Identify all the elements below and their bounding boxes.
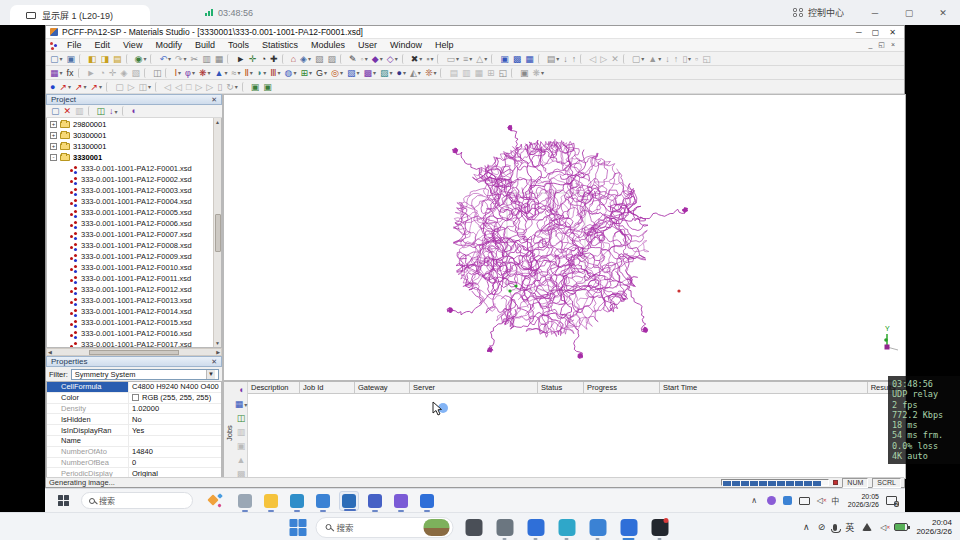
toolbar-icon[interactable]	[150, 54, 155, 64]
remote-clock[interactable]: 20:05 2026/3/26	[848, 493, 879, 509]
toolbar-icon[interactable]	[440, 68, 445, 78]
loop-animation[interactable]: ↻▾	[224, 81, 240, 93]
filter-dropdown[interactable]: Symmetry System ▼	[71, 369, 219, 380]
stop-progress-icon[interactable]	[833, 480, 838, 485]
snapshot[interactable]: ◱▾	[700, 53, 713, 65]
render-option-2[interactable]: ▣▾	[261, 81, 274, 93]
grid-tool[interactable]: ▥▾	[460, 67, 473, 79]
sort-descending[interactable]: ↑▾	[570, 53, 579, 65]
sort-ascending[interactable]: ↓▾	[561, 53, 570, 65]
jobs-column-header[interactable]: Job Id	[300, 382, 355, 393]
tree-file-row[interactable]: 333-0.001-1001-PA12-F0016.xsd	[47, 328, 221, 339]
project-display-style[interactable]: ▦▾	[48, 67, 65, 79]
menu-item[interactable]: Window	[384, 39, 428, 51]
ms-close-button[interactable]: ✕	[889, 28, 896, 37]
jobs-column-header[interactable]: Status	[538, 382, 584, 393]
bond-type[interactable]: ◇▾	[385, 53, 400, 65]
amorphous-cell[interactable]: Ⅰ▾	[172, 67, 183, 79]
maximize-button[interactable]: ▢	[892, 0, 926, 25]
jobs-view-mode[interactable]: ▦▾	[233, 398, 250, 410]
tray-speaker-muted-icon[interactable]: ◁	[880, 523, 886, 532]
synthia[interactable]: ▩▾	[361, 67, 378, 79]
app-download-arrow[interactable]	[417, 491, 437, 511]
property-row[interactable]: Name	[47, 436, 221, 447]
tree-folder-row[interactable]: + 31300001	[47, 141, 221, 152]
functions[interactable]: fx▾	[65, 67, 76, 79]
tree-file-row[interactable]: 333-0.001-1001-PA12-F0014.xsd	[47, 306, 221, 317]
jobs-table-body[interactable]	[248, 394, 905, 478]
stop-task[interactable]: ✕▾	[609, 53, 621, 65]
toolbar-icon[interactable]	[538, 54, 543, 64]
display-tab[interactable]: 显示屏 1 (L20-19)	[10, 5, 150, 25]
tree-file-row[interactable]: 333-0.001-1001-PA12-F0003.xsd	[47, 185, 221, 196]
toolbar-icon[interactable]	[106, 82, 111, 92]
translate-view[interactable]: ✛▾	[247, 53, 259, 65]
sketch-tool[interactable]: ✎▾	[347, 53, 359, 65]
tree-file-row[interactable]: 333-0.001-1001-PA12-F0008.xsd	[47, 240, 221, 251]
menu-item[interactable]: Modify	[149, 39, 188, 51]
viewport-layout[interactable]: ▨▾	[326, 53, 339, 65]
blends[interactable]: ▨▾	[378, 67, 395, 79]
tray-chevron-icon[interactable]: ∧	[803, 522, 810, 532]
paste[interactable]: ▦▾	[213, 53, 226, 65]
fit-view[interactable]: ▧▾	[313, 53, 326, 65]
property-row[interactable]: Density 1.02000	[47, 404, 221, 415]
open-folder[interactable]: ◧▾	[86, 53, 99, 65]
filter-tool[interactable]: ▲▾	[646, 53, 663, 65]
server-console[interactable]: ▦▾	[523, 53, 536, 65]
delete-item[interactable]: ✕▾	[62, 105, 74, 117]
table-tool[interactable]: ▤▾	[447, 67, 460, 79]
menu-item[interactable]: File	[61, 39, 88, 51]
translate[interactable]: ✛▾	[107, 67, 119, 79]
close-project[interactable]: ▤▾	[111, 53, 124, 65]
remote-start-button[interactable]	[58, 495, 69, 506]
jobs-server[interactable]: ▣▾	[235, 440, 248, 452]
tree-file-row[interactable]: 333-0.001-1001-PA12-F0015.xsd	[47, 317, 221, 328]
toolbar-icon[interactable]	[340, 54, 345, 64]
play-animation[interactable]: ▷▾	[193, 81, 204, 93]
mesocite[interactable]: Ⅲ▾	[268, 67, 282, 79]
vamp[interactable]: ◎▾	[329, 67, 345, 79]
display-options[interactable]: ◫▾	[151, 67, 164, 79]
tree-file-row[interactable]: 333-0.001-1001-PA12-F0009.xsd	[47, 251, 221, 262]
bond-style-2[interactable]: ↗▾	[73, 81, 89, 93]
tray-ime-indicator[interactable]: 英	[845, 521, 854, 534]
toolbar-icon[interactable]	[227, 54, 232, 64]
selection-mode[interactable]: ►▾	[234, 53, 247, 65]
jobs-column-header[interactable]: Server	[410, 382, 538, 393]
bond-style-3[interactable]: ↗▾	[89, 81, 105, 93]
view-orientation[interactable]: ◈▾	[298, 53, 313, 65]
dmol3[interactable]: ❋▾	[197, 67, 213, 79]
toolbar-icon[interactable]	[580, 54, 585, 64]
export-table[interactable]: ◱▾	[497, 67, 510, 79]
sort-tool-2[interactable]: ↑▾	[672, 53, 681, 65]
app-colorful[interactable]	[391, 491, 411, 511]
extras[interactable]: ▫▾	[693, 53, 700, 65]
host-start-button[interactable]	[290, 519, 307, 536]
structure-viewport[interactable]: Y	[223, 94, 906, 381]
tree-file-row[interactable]: 333-0.001-1001-PA12-F0001.xsd	[47, 163, 221, 174]
app-blue-tool[interactable]	[313, 491, 333, 511]
child-minimize-button[interactable]: _	[868, 41, 872, 49]
tree-expander[interactable]: +	[50, 143, 57, 150]
project-close-icon[interactable]: ✕	[211, 96, 217, 104]
property-row[interactable]: Color RGB (255, 255, 255)	[47, 393, 221, 404]
qmera[interactable]: ❊▾	[423, 67, 439, 79]
tree-expander[interactable]: +	[50, 132, 57, 139]
photos[interactable]	[525, 516, 547, 538]
toolbar-icon[interactable]	[126, 54, 131, 64]
tray-wifi-icon[interactable]	[862, 523, 872, 531]
menu-item[interactable]: Modules	[305, 39, 351, 51]
redo[interactable]: ↷▾	[173, 53, 189, 65]
host-search-box[interactable]: 搜索	[316, 517, 454, 538]
jobs-refresh[interactable]: ◫▾	[235, 412, 248, 424]
sort-tool[interactable]: ↓▾	[663, 53, 672, 65]
toolbar-icon[interactable]	[282, 54, 287, 64]
copy[interactable]: ▥▾	[200, 53, 213, 65]
remote-search-box[interactable]: 搜索	[81, 492, 193, 509]
ball-stick-style[interactable]: ●▾	[48, 81, 57, 93]
todesk[interactable]	[618, 516, 640, 538]
undo[interactable]: ↶▾	[157, 53, 173, 65]
property-row[interactable]: NumberOfBea 0	[47, 458, 221, 469]
toolbar-icon[interactable]	[165, 68, 170, 78]
